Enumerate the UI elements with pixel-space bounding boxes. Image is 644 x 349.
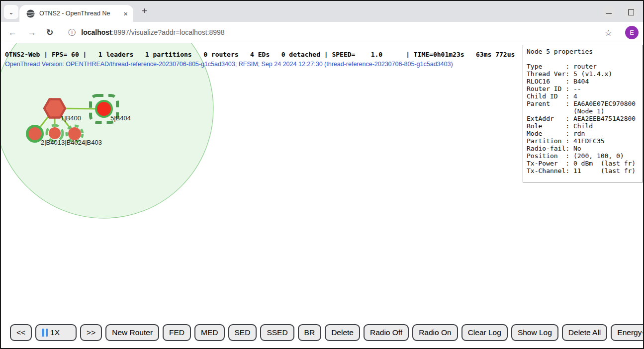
window-maximize-button[interactable] — [624, 5, 638, 19]
tab-title: OTNS2 - OpenThread Ne — [39, 10, 120, 17]
toolbar-button-label: Delete All — [568, 328, 601, 337]
panel-line-13: Radio-fail: No — [527, 145, 643, 152]
maximize-icon — [628, 9, 634, 15]
openthread-version-line: OpenThread Version: OPENTHREAD/thread-re… — [5, 61, 453, 68]
toolbar-button-radio-off[interactable]: Radio Off — [364, 324, 409, 341]
panel-line-5: Router ID : -- — [527, 85, 643, 92]
node-5[interactable] — [97, 102, 111, 116]
toolbar-button-label: Clear Log — [468, 328, 501, 337]
panel-line-7: Parent : EA6A0E07EC970800 — [527, 100, 643, 107]
toolbar-button-label: Delete — [331, 328, 354, 337]
tab-search-button[interactable]: ⌄ — [4, 5, 18, 19]
toolbar-button-label: Energy-stats ↗ — [617, 328, 643, 337]
toolbar-button-label: >> — [87, 328, 95, 337]
browser-toolbar: ← → ↻ ⓘ localhost:8997/visualize?addr=lo… — [1, 22, 643, 43]
toolbar-button-delete[interactable]: Delete — [325, 324, 360, 341]
panel-line-6: Child ID : 4 — [527, 92, 643, 100]
url-path: :8997/visualize?addr=localhost:8998 — [112, 28, 225, 36]
toolbar-button-rewind[interactable]: << — [10, 324, 32, 341]
toolbar-button-show-log[interactable]: Show Log — [511, 324, 558, 341]
toolbar-button-label: Radio Off — [370, 328, 402, 337]
node-3[interactable] — [49, 127, 61, 139]
tab-strip: ⌄ OTNS2 - OpenThread Ne × + — [1, 1, 643, 22]
panel-line-9: ExtAddr : AEA2EEB4751A2800 — [527, 115, 643, 122]
panel-line-3: Thread Ver: 5 (v1.4.x) — [527, 70, 643, 78]
simulation-toolbar: <<1X>>New RouterFEDMEDSEDSSEDBRDeleteRad… — [10, 324, 643, 341]
tab-close-icon[interactable]: × — [122, 10, 129, 17]
toolbar-button-fed[interactable]: FED — [163, 324, 191, 341]
tab-favicon-globe-icon — [26, 9, 35, 18]
toolbar-button-label: SED — [235, 328, 251, 337]
window-minimize-button[interactable] — [602, 5, 615, 19]
bookmark-star-icon[interactable]: ☆ — [605, 28, 612, 38]
panel-line-16: Tx-Channel: 11 (last fr) — [527, 167, 643, 174]
toolbar-button-label: << — [16, 328, 25, 337]
node-5-label: 5|B404 — [110, 114, 131, 122]
url-host: localhost — [81, 28, 111, 36]
node-3-label: 3|B402 — [61, 139, 82, 146]
toolbar-button-speed[interactable]: 1X — [35, 324, 77, 341]
address-bar[interactable]: localhost:8997/visualize?addr=localhost:… — [81, 28, 224, 36]
toolbar-button-delete-all[interactable]: Delete All — [562, 324, 607, 341]
browser-window: ⌄ OTNS2 - OpenThread Ne × + ← → ↻ ⓘ loca… — [0, 0, 644, 349]
node-1-label: 1|B400 — [61, 114, 81, 122]
toolbar-button-label: Show Log — [518, 328, 552, 337]
toolbar-button-label: Radio On — [419, 328, 451, 337]
panel-line-8: (Node 1) — [527, 107, 643, 115]
panel-line-12: Partition : 41FDFC35 — [527, 137, 643, 145]
toolbar-button-label: MED — [201, 328, 218, 337]
toolbar-button-label: New Router — [112, 328, 153, 337]
toolbar-button-label: SSED — [267, 328, 287, 337]
panel-line-14: Position : (200, 100, 0) — [527, 152, 643, 160]
panel-line-10: Role : Child — [527, 122, 643, 130]
toolbar-button-br[interactable]: BR — [298, 324, 322, 341]
forward-icon[interactable]: → — [27, 28, 36, 37]
panel-line-2: Type : router — [527, 63, 643, 70]
node-2-label: 2|B401 — [41, 139, 61, 146]
minimize-icon — [606, 13, 612, 14]
browser-tab[interactable]: OTNS2 - OpenThread Ne × — [19, 5, 133, 22]
toolbar-button-label: FED — [169, 328, 184, 337]
back-icon[interactable]: ← — [8, 28, 17, 37]
pause-icon — [42, 329, 48, 337]
toolbar-button-new-router[interactable]: New Router — [105, 324, 159, 341]
page-info-icon[interactable]: ⓘ — [68, 28, 76, 37]
profile-avatar[interactable]: E — [625, 26, 639, 39]
panel-title: Node 5 properties — [527, 48, 643, 55]
toolbar-button-fast-forward[interactable]: >> — [80, 324, 102, 341]
new-tab-button[interactable]: + — [142, 5, 147, 16]
reload-icon[interactable]: ↻ — [46, 28, 53, 37]
toolbar-button-clear-log[interactable]: Clear Log — [461, 324, 508, 341]
panel-line-4: RLOC16 : B404 — [527, 78, 643, 85]
toolbar-button-sed[interactable]: SED — [228, 324, 257, 341]
node-properties-panel: Node 5 propertiesType : routerThread Ver… — [523, 45, 643, 182]
node-2[interactable] — [28, 127, 41, 140]
toolbar-button-med[interactable]: MED — [194, 324, 224, 341]
panel-line-15: Tx-Power : 0 dBm (last fr) — [527, 160, 643, 167]
toolbar-button-energy-stats[interactable]: Energy-stats ↗ — [611, 324, 643, 341]
panel-line-11: Mode : rdn — [527, 130, 643, 137]
toolbar-button-label: 1X — [50, 328, 60, 337]
panel-line-1 — [527, 55, 643, 63]
toolbar-button-label: BR — [304, 328, 315, 337]
simulation-status-line: OTNS2-Web | FPS= 60 | 1 leaders 1 partit… — [5, 51, 515, 58]
node-4-label: 4|B403 — [82, 139, 102, 146]
chevron-down-icon: ⌄ — [8, 8, 14, 16]
toolbar-button-radio-on[interactable]: Radio On — [412, 324, 458, 341]
toolbar-button-ssed[interactable]: SSED — [260, 324, 294, 341]
otns-page: OTNS2-Web | FPS= 60 | 1 leaders 1 partit… — [1, 43, 643, 348]
